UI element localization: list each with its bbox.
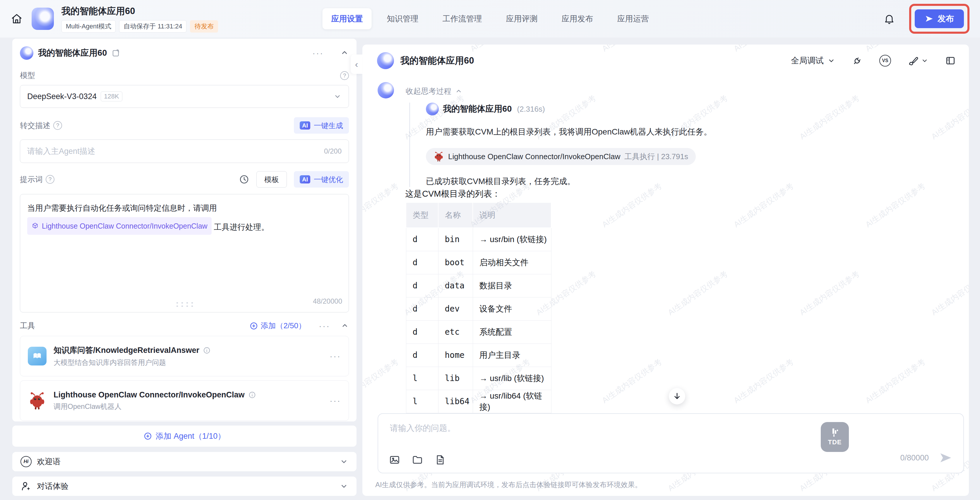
- chat-experience-section[interactable]: 对话体验: [12, 476, 356, 496]
- table-cell: → usr/lib64 (软链接): [473, 390, 551, 413]
- vs-compare-icon[interactable]: VS: [879, 55, 891, 67]
- send-plane-icon: [925, 14, 934, 23]
- table-cell: 设备文件: [473, 297, 551, 320]
- panel-collapse-tab[interactable]: ‹: [351, 54, 363, 74]
- agent-collapse-icon[interactable]: [340, 49, 349, 58]
- tab-应用发布[interactable]: 应用发布: [553, 8, 602, 29]
- folder-attach-icon[interactable]: [412, 454, 423, 466]
- thinking-agent-avatar: [426, 102, 439, 115]
- table-cell: 系统配置: [473, 320, 551, 343]
- tool-execution-name: Lighthouse OpenClaw Connector/InvokeOpen…: [448, 152, 620, 161]
- handoff-help-icon[interactable]: ?: [53, 121, 62, 130]
- red-robot-icon: [28, 391, 46, 410]
- publish-button[interactable]: 发布: [915, 10, 964, 28]
- tde-label: TDE: [828, 438, 842, 446]
- prompt-line2: Lighthouse OpenClaw Connector/InvokeOpen…: [27, 215, 342, 237]
- model-select[interactable]: DeepSeek-V3-0324 128K: [20, 85, 349, 108]
- knowledge-book-icon: [28, 347, 46, 366]
- scroll-to-bottom-button[interactable]: [669, 388, 685, 404]
- add-agent-label: 添加 Agent（1/10）: [156, 431, 226, 441]
- theme-brush-select[interactable]: [907, 55, 929, 66]
- thinking-block: 我的智能体应用60 (2.316s) 用户需要获取CVM上的根目录列表，我将调用…: [409, 102, 819, 187]
- chat-footer-note: AI生成仅供参考。当前为应用调试环境，发布后点击体验链接即可体验发布环境效果。: [375, 480, 642, 489]
- info-icon[interactable]: [248, 391, 256, 399]
- welcome-label: 欢迎语: [37, 456, 60, 467]
- tool-description: 大模型结合知识库内容回答用户问题: [54, 358, 323, 367]
- chevron-down-icon: [333, 92, 342, 101]
- chevron-down-icon: [340, 457, 348, 466]
- tool-card-knowledge[interactable]: 知识库问答/KnowledgeRetrievalAnswer大模型结合知识库内容…: [20, 336, 349, 376]
- table-row: ddata数据目录: [406, 274, 551, 297]
- chat-agent-avatar: [377, 52, 394, 69]
- drag-handle[interactable]: [175, 301, 194, 307]
- prompt-textarea[interactable]: 当用户需要执行自动化任务或询问特定信息时，请调用 Lighthouse Open…: [20, 194, 349, 312]
- message-avatar: [378, 82, 394, 99]
- home-icon[interactable]: [11, 13, 23, 25]
- tab-工作流管理[interactable]: 工作流管理: [434, 8, 491, 29]
- tools-more-icon[interactable]: ···: [319, 321, 330, 330]
- table-header-类型: 类型: [406, 203, 438, 228]
- chat-header: 我的智能体应用60 全局调试 VS: [377, 52, 956, 69]
- template-button[interactable]: 模板: [256, 171, 287, 188]
- prompt-row: 提示词 ? 模板 AI 一键优化: [20, 171, 349, 188]
- chat-input[interactable]: [390, 423, 800, 443]
- info-icon[interactable]: [203, 347, 211, 354]
- table-cell: bin: [438, 228, 473, 251]
- table-cell: dev: [438, 297, 473, 320]
- table-row: llib64→ usr/lib64 (软链接): [406, 390, 551, 413]
- tool-card-openclaw[interactable]: Lighthouse OpenClaw Connector/InvokeOpen…: [20, 380, 349, 421]
- chevron-up-icon: [455, 88, 463, 95]
- add-agent-button[interactable]: 添加 Agent（1/10）: [12, 426, 356, 447]
- history-clock-icon[interactable]: [239, 174, 250, 185]
- table-header-说明: 说明: [473, 203, 551, 228]
- table-cell: data: [438, 274, 473, 297]
- watermark-text: AI生成内容仅供参考: [600, 356, 664, 406]
- send-button[interactable]: [939, 451, 952, 465]
- table-row: detc系统配置: [406, 320, 551, 343]
- ai-badge: AI: [300, 121, 310, 129]
- tool-more-icon[interactable]: ···: [329, 352, 341, 361]
- tab-应用设置[interactable]: 应用设置: [323, 8, 372, 29]
- welcome-section[interactable]: Hi 欢迎语: [12, 452, 356, 471]
- watermark-text: AI生成内容仅供参考: [864, 356, 928, 406]
- agent-avatar: [20, 46, 33, 60]
- edit-icon[interactable]: [111, 49, 120, 58]
- table-row: dhome用户主目录: [406, 343, 551, 367]
- table-cell: 用户主目录: [473, 343, 551, 367]
- tab-应用评测[interactable]: 应用评测: [497, 8, 546, 29]
- watermark-text: AI生成内容仅供参考: [798, 268, 861, 318]
- tab-应用运营[interactable]: 应用运营: [609, 8, 658, 29]
- image-attach-icon[interactable]: [389, 454, 401, 466]
- plus-circle-icon: [250, 321, 258, 330]
- thinking-toggle[interactable]: 收起思考过程: [406, 86, 463, 96]
- main-agent-card: 我的智能体应用60 ··· 模型 ? DeepSeek-V3-0324 128K…: [12, 39, 356, 422]
- publish-label: 发布: [937, 13, 954, 24]
- prompt-counter: 48/20000: [313, 294, 342, 308]
- tools-collapse-icon[interactable]: [341, 322, 349, 330]
- ai-generate-button[interactable]: AI 一键生成: [294, 117, 349, 134]
- file-attach-icon[interactable]: [434, 454, 446, 466]
- ai-optimize-button[interactable]: AI 一键优化: [294, 171, 349, 188]
- tool-execution-pill[interactable]: Lighthouse OpenClaw Connector/InvokeOpen…: [426, 148, 696, 165]
- add-tool-label: 添加（2/50）: [261, 321, 306, 331]
- thinking-step1: 用户需要获取CVM上的根目录列表，我将调用OpenClaw机器人来执行此任务。: [426, 126, 819, 137]
- prompt-help-icon[interactable]: ?: [46, 175, 54, 184]
- hi-bubble-icon: Hi: [21, 456, 32, 467]
- agent-more-icon[interactable]: ···: [312, 49, 324, 58]
- plug-connector-icon[interactable]: [852, 55, 863, 66]
- model-context-badge: 128K: [101, 91, 122, 101]
- tab-知识管理[interactable]: 知识管理: [378, 8, 427, 29]
- handoff-input[interactable]: [27, 147, 324, 156]
- layout-panel-icon[interactable]: [945, 55, 956, 66]
- chat-experience-label: 对话体验: [37, 481, 68, 492]
- model-help-icon[interactable]: ?: [340, 71, 349, 80]
- add-tool-button[interactable]: 添加（2/50）: [250, 321, 306, 331]
- model-value: DeepSeek-V3-0324: [27, 92, 97, 101]
- tool-more-icon[interactable]: ···: [329, 396, 341, 405]
- table-cell: lib: [438, 367, 473, 390]
- directory-table: 类型名称说明dbin→ usr/bin (软链接)dboot启动相关文件ddat…: [406, 202, 552, 413]
- bell-icon[interactable]: [883, 13, 895, 25]
- handoff-label: 转交描述: [20, 120, 50, 131]
- prompt-tool-chip[interactable]: Lighthouse OpenClaw Connector/InvokeOpen…: [27, 217, 212, 235]
- debug-mode-select[interactable]: 全局调试: [791, 55, 835, 66]
